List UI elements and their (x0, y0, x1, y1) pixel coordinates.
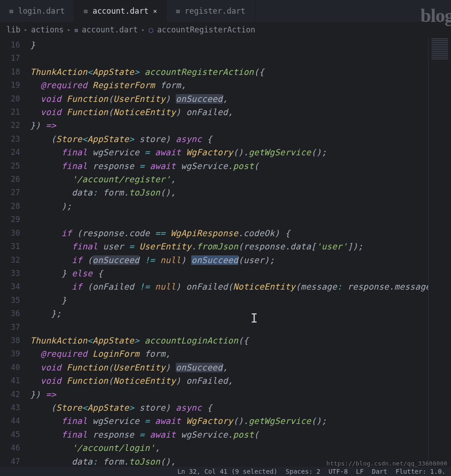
line-number: 47 (0, 455, 20, 468)
line-number: 27 (0, 186, 20, 199)
code-line[interactable]: '/account/login', (30, 441, 428, 455)
code-line[interactable]: if (response.code == WgApiResponse.codeO… (30, 227, 428, 240)
code-line[interactable]: }; (30, 307, 428, 320)
code-line[interactable]: } else { (30, 267, 428, 280)
line-number: 19 (0, 79, 20, 92)
code-line[interactable]: (Store<AppState> store) async { (30, 401, 428, 414)
code-line[interactable]: void Function(NoticeEntity) onFailed, (30, 374, 428, 387)
status-encoding[interactable]: UTF-8 (329, 468, 348, 475)
chevron-right-icon: ▸ (68, 26, 71, 33)
line-number: 41 (0, 374, 20, 387)
overlay-url: https://blog.csdn.net/qq_33608000 (326, 460, 447, 467)
minimap-slice (431, 46, 448, 47)
line-number: 23 (0, 132, 20, 146)
minimap-slice (431, 48, 448, 48)
dart-file-icon (9, 6, 14, 16)
line-number: 34 (0, 280, 20, 293)
status-language[interactable]: Dart (372, 468, 388, 475)
code-line[interactable]: void Function(NoticeEntity) onFailed, (30, 106, 428, 119)
breadcrumb-file[interactable]: account.dart (82, 25, 138, 34)
minimap-slice (431, 38, 448, 39)
line-number: 36 (0, 307, 20, 320)
breadcrumb-symbol[interactable]: accountRegisterAction (157, 25, 255, 34)
editor[interactable]: 16 17 18 19 20 21 22 23 24 25 26 27 28 2… (0, 37, 451, 467)
dart-file-icon (74, 25, 78, 34)
code-line[interactable] (30, 52, 428, 65)
status-eol[interactable]: LF (356, 468, 364, 475)
code-line[interactable]: '/account/register', (30, 173, 428, 186)
close-icon[interactable]: ✕ (153, 7, 157, 15)
line-number: 35 (0, 294, 20, 307)
minimap[interactable] (428, 37, 451, 467)
breadcrumbs[interactable]: lib ▸ actions ▸ account.dart ▸ accountRe… (0, 22, 451, 37)
line-number: 22 (0, 119, 20, 132)
tab-account[interactable]: account.dart ✕ (74, 0, 167, 22)
tab-bar: login.dart account.dart ✕ register.dart (0, 0, 451, 22)
dart-file-icon (84, 6, 88, 16)
status-bar: Ln 32, Col 41 (9 selected) Spaces: 2 UTF… (0, 467, 451, 476)
status-flutter[interactable]: Flutter: 1.0. (395, 468, 446, 475)
watermark-logo: blog (420, 5, 451, 26)
line-number: 44 (0, 414, 20, 428)
code-line[interactable]: data: form.toJson(), (30, 186, 428, 199)
dart-file-icon (176, 6, 180, 16)
line-number: 16 (0, 38, 20, 52)
code-line[interactable]: void Function(UserEntity) onSucceed, (30, 92, 428, 106)
status-cursor-pos[interactable]: Ln 32, Col 41 (9 selected) (178, 468, 278, 475)
line-number: 18 (0, 65, 20, 79)
code-line[interactable]: final response = await wgService.post( (30, 159, 428, 173)
code-line[interactable]: } (30, 294, 428, 307)
line-number: 30 (0, 227, 20, 240)
line-number: 29 (0, 213, 20, 226)
code-line[interactable]: (Store<AppState> store) async { (30, 132, 428, 146)
tab-register[interactable]: register.dart (167, 0, 255, 22)
code-line[interactable]: ThunkAction<AppState> accountRegisterAct… (30, 65, 428, 79)
line-number: 33 (0, 267, 20, 280)
line-number: 40 (0, 361, 20, 374)
code-line[interactable]: final wgService = await WgFactory().getW… (30, 414, 428, 428)
line-number: 38 (0, 334, 20, 347)
code-line[interactable]: if (onFailed != null) onFailed(NoticeEnt… (30, 280, 428, 293)
breadcrumb-actions[interactable]: actions (31, 25, 64, 34)
code-line[interactable]: final wgService = await WgFactory().getW… (30, 146, 428, 159)
code-line[interactable]: } (30, 38, 428, 52)
code-line[interactable]: }) => (30, 119, 428, 132)
line-number: 26 (0, 173, 20, 186)
line-number: 20 (0, 92, 20, 106)
code-line[interactable]: ThunkAction<AppState> accountLoginAction… (30, 334, 428, 347)
minimap-slice (431, 53, 448, 54)
code-line[interactable]: @required LoginForm form, (30, 347, 428, 360)
minimap-slice (431, 58, 448, 59)
minimap-slice (431, 49, 448, 50)
chevron-right-icon: ▸ (24, 26, 27, 33)
chevron-right-icon: ▸ (142, 26, 145, 33)
function-icon (148, 25, 153, 34)
selection: onSucceed (191, 255, 238, 265)
code-line[interactable]: void Function(UserEntity) onSucceed, (30, 361, 428, 374)
line-number: 25 (0, 159, 20, 173)
code-line[interactable]: if (onSucceed != null) onSucceed(user); (30, 254, 428, 267)
line-number: 32 (0, 254, 20, 267)
tab-label: register.dart (185, 6, 246, 16)
line-number: 21 (0, 106, 20, 119)
code-line[interactable]: @required RegisterForm form, (30, 79, 428, 92)
code-line[interactable]: final response = await wgService.post( (30, 428, 428, 441)
code-line[interactable] (30, 213, 428, 226)
minimap-slice (431, 51, 448, 52)
code-area[interactable]: } ThunkAction<AppState> accountRegisterA… (30, 37, 428, 467)
line-number: 45 (0, 428, 20, 441)
code-line[interactable]: ); (30, 200, 428, 213)
code-line[interactable]: final user = UserEntity.fromJson(respons… (30, 240, 428, 253)
tab-login[interactable]: login.dart (0, 0, 74, 22)
minimap-slice (431, 57, 448, 58)
breadcrumb-lib[interactable]: lib (6, 25, 21, 34)
line-number: 31 (0, 240, 20, 253)
line-number: 24 (0, 146, 20, 159)
line-gutter: 16 17 18 19 20 21 22 23 24 25 26 27 28 2… (0, 37, 30, 467)
line-number: 42 (0, 388, 20, 401)
minimap-slice (431, 55, 448, 56)
code-line[interactable] (30, 321, 428, 334)
code-line[interactable]: }) => (30, 388, 428, 401)
line-number: 28 (0, 200, 20, 213)
status-spaces[interactable]: Spaces: 2 (286, 468, 320, 475)
